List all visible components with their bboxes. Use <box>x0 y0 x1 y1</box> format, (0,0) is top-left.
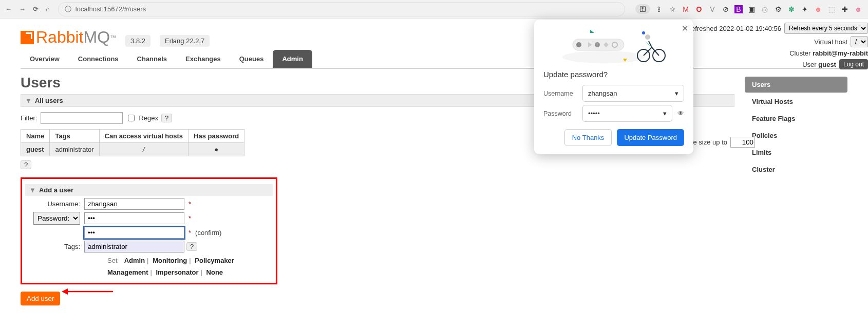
filter-input[interactable] <box>41 112 123 124</box>
ext-misc3-icon[interactable]: ⬚ <box>827 5 836 14</box>
refreshed-label: Refreshed 2022-01-02 19:40:56 <box>687 25 781 32</box>
ext-vue-icon[interactable]: V <box>708 5 717 14</box>
tag-management[interactable]: Management <box>107 268 148 276</box>
browser-toolbar: ← → ⟳ ⌂ ⓘ localhost:15672/#/users ⚿ ⇪ ☆ … <box>0 0 868 19</box>
table-row: guest administrator / ● <box>21 143 244 156</box>
ext-gmail-icon[interactable]: M <box>681 5 690 14</box>
tab-overview[interactable]: Overview <box>21 50 69 68</box>
th-vhosts[interactable]: Can access virtual hosts <box>99 130 188 143</box>
password-confirm-input[interactable] <box>84 227 184 239</box>
regex-checkbox[interactable] <box>128 115 135 121</box>
users-table: Name Tags Can access virtual hosts Has p… <box>21 129 244 156</box>
erlang-badge: Erlang 22.2.7 <box>160 35 210 47</box>
vhost-select[interactable]: / <box>851 36 868 47</box>
ext-block-icon[interactable]: ⊘ <box>721 5 730 14</box>
forward-icon[interactable]: → <box>19 5 26 13</box>
cell-vhosts: / <box>99 143 188 156</box>
password-key-icon[interactable]: ⚿ <box>635 4 650 14</box>
tag-impersonator[interactable]: Impersonator <box>156 268 198 276</box>
ext-puzzle-icon[interactable]: ✚ <box>840 5 850 14</box>
cell-tags: administrator <box>50 143 99 156</box>
vhost-label: Virtual host <box>814 38 847 46</box>
popup-username-label: Username <box>543 90 582 97</box>
help-tags[interactable]: ? <box>186 242 197 251</box>
current-user-label: User guest <box>802 61 836 68</box>
tag-none[interactable]: None <box>206 268 223 276</box>
sidebar-item-limits[interactable]: Limits <box>745 145 847 160</box>
cell-name[interactable]: guest <box>21 143 50 156</box>
tag-admin[interactable]: Admin <box>124 257 145 264</box>
tab-channels[interactable]: Channels <box>128 50 177 68</box>
toolbar-status: Refreshed 2022-01-02 19:40:56 Refresh ev… <box>687 19 868 74</box>
required-star: * <box>188 229 191 237</box>
refresh-interval-select[interactable]: Refresh every 5 seconds <box>784 23 868 34</box>
password-type-select[interactable]: Password: <box>33 212 80 225</box>
sidebar-item-users[interactable]: Users <box>745 77 847 93</box>
svg-point-2 <box>562 51 645 63</box>
ext-camera-icon[interactable]: ◎ <box>760 5 769 14</box>
tab-admin[interactable]: Admin <box>273 50 312 68</box>
profile-avatar-icon[interactable]: ☻ <box>854 5 863 14</box>
set-label: Set <box>107 257 118 264</box>
tag-monitoring[interactable]: Monitoring <box>153 257 187 264</box>
add-user-highlight: ▼ Add a user Username: * Password: * * <box>21 177 277 284</box>
reload-icon[interactable]: ⟳ <box>33 5 39 13</box>
tags-input[interactable] <box>84 241 184 252</box>
eye-icon[interactable]: 👁 <box>677 110 684 117</box>
save-password-popup: ✕ Update p <box>534 20 693 154</box>
username-input[interactable] <box>84 198 184 210</box>
add-user-button[interactable]: Add user <box>21 292 60 305</box>
sidebar-item-policies[interactable]: Policies <box>745 128 847 143</box>
update-password-button[interactable]: Update Password <box>617 129 684 146</box>
popup-password-field[interactable]: ••••• ▾ <box>582 105 672 122</box>
popup-username-field[interactable]: zhangsan ▾ <box>582 85 684 102</box>
popup-illustration <box>543 27 684 67</box>
back-icon[interactable]: ← <box>5 5 12 13</box>
ext-square-icon[interactable]: ▣ <box>747 5 756 14</box>
url-text: localhost:15672/#/users <box>76 5 146 13</box>
star-icon[interactable]: ☆ <box>668 5 677 14</box>
tab-queues[interactable]: Queues <box>230 50 273 68</box>
sidebar-item-vhosts[interactable]: Virtual Hosts <box>745 94 847 110</box>
confirm-label: (confirm) <box>195 229 221 237</box>
th-tags[interactable]: Tags <box>50 130 99 143</box>
svg-point-10 <box>642 31 645 34</box>
svg-line-16 <box>649 41 652 47</box>
site-info-icon[interactable]: ⓘ <box>65 5 71 14</box>
chevron-down-icon: ▾ <box>663 110 667 117</box>
popup-title: Update password? <box>543 70 684 79</box>
collapse-icon: ▼ <box>25 97 32 104</box>
tags-label: Tags: <box>25 243 84 250</box>
sidebar-item-feature-flags[interactable]: Feature Flags <box>745 111 847 127</box>
sidebar-item-cluster[interactable]: Cluster <box>745 161 847 177</box>
close-icon[interactable]: ✕ <box>682 24 688 33</box>
svg-marker-9 <box>590 30 594 33</box>
ext-opera-icon[interactable]: O <box>694 5 704 14</box>
section-add-user[interactable]: ▼ Add a user <box>25 184 273 196</box>
chevron-down-icon: ▾ <box>675 89 678 97</box>
share-icon[interactable]: ⇪ <box>654 5 664 14</box>
annotation-arrow-icon <box>62 286 118 297</box>
tab-exchanges[interactable]: Exchanges <box>176 50 230 68</box>
ext-atom-icon[interactable]: ✽ <box>787 5 796 14</box>
ext-gear-icon[interactable]: ⚙ <box>773 5 783 14</box>
ext-purple-icon[interactable]: B <box>734 5 743 13</box>
help-table[interactable]: ? <box>21 160 31 169</box>
tag-policymaker[interactable]: Policymaker <box>195 257 234 264</box>
username-label: Username: <box>25 200 84 208</box>
popup-password-label: Password <box>543 110 582 117</box>
home-icon[interactable]: ⌂ <box>46 5 50 13</box>
password-input[interactable] <box>84 212 184 224</box>
ext-misc1-icon[interactable]: ✦ <box>800 5 809 14</box>
th-name[interactable]: Name <box>21 130 50 143</box>
address-bar[interactable]: ⓘ localhost:15672/#/users <box>58 2 625 16</box>
th-haspw[interactable]: Has password <box>188 130 244 143</box>
svg-point-17 <box>645 34 650 40</box>
ext-misc2-icon[interactable]: ☻ <box>814 5 823 14</box>
svg-line-14 <box>644 47 652 56</box>
no-thanks-button[interactable]: No Thanks <box>564 129 612 146</box>
logout-button[interactable]: Log out <box>839 59 868 69</box>
tab-connections[interactable]: Connections <box>69 50 128 68</box>
page-size-input[interactable] <box>730 137 755 148</box>
help-regex[interactable]: ? <box>161 114 172 122</box>
